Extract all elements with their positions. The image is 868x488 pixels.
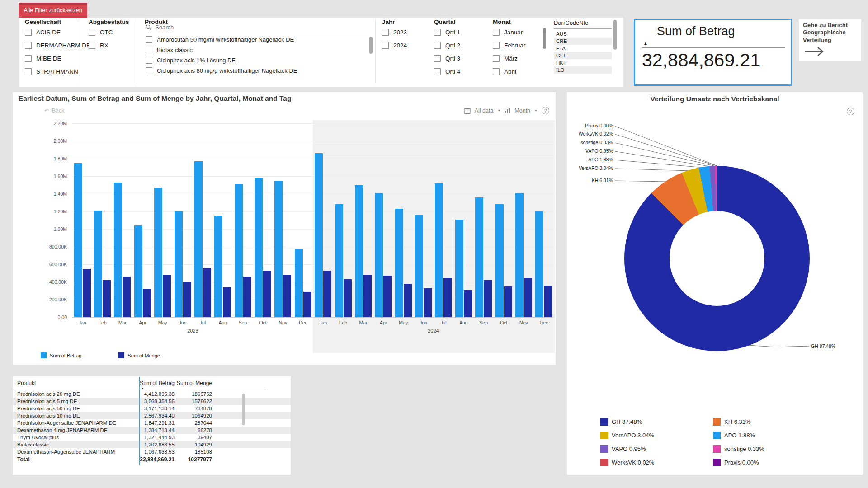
bar-menge[interactable] bbox=[424, 288, 432, 317]
produkt-search-input[interactable]: Search bbox=[146, 24, 174, 31]
filter-option-gesellschaft[interactable]: MIBE DE bbox=[25, 55, 90, 62]
bar-menge[interactable] bbox=[183, 282, 191, 317]
checkbox-icon[interactable] bbox=[493, 42, 500, 49]
bar-menge[interactable] bbox=[323, 271, 331, 317]
bar-betrag[interactable] bbox=[395, 209, 403, 317]
bar-menge[interactable] bbox=[344, 279, 352, 317]
bar-menge[interactable] bbox=[363, 275, 372, 317]
legend-item[interactable]: Sum of Menge bbox=[118, 352, 160, 358]
bar-menge[interactable] bbox=[524, 278, 532, 317]
table-header-menge[interactable]: Sum of Menge bbox=[177, 380, 212, 386]
bar-betrag[interactable] bbox=[194, 161, 203, 317]
checkbox-icon[interactable] bbox=[25, 42, 32, 49]
checkbox-icon[interactable] bbox=[146, 47, 152, 53]
arrow-right-icon[interactable] bbox=[803, 46, 825, 57]
donut-chart[interactable] bbox=[624, 166, 810, 351]
bar-betrag[interactable] bbox=[495, 204, 504, 317]
produkt-scrollbar[interactable] bbox=[369, 37, 373, 54]
reset-filters-button[interactable]: Alle Filter zurücksetzen bbox=[19, 3, 87, 18]
donut-legend-item[interactable]: VersAPO 3.04% bbox=[600, 432, 654, 439]
bar-betrag[interactable] bbox=[535, 211, 543, 317]
filter-option-quartal[interactable]: Qrtl 4 bbox=[434, 68, 460, 75]
filter-option-produkt[interactable]: Ciclopirox acis 1% Lösung DE bbox=[146, 56, 368, 64]
table-row[interactable]: Prednisolon-Augensalbe JENAPHARM DE1,847… bbox=[13, 419, 291, 427]
bar-menge[interactable] bbox=[504, 286, 512, 317]
table-row[interactable]: Prednisolon acis 50 mg DE3,171,130.14734… bbox=[13, 405, 291, 412]
checkbox-icon[interactable] bbox=[89, 29, 95, 36]
checkbox-icon[interactable] bbox=[382, 29, 389, 36]
bar-betrag[interactable] bbox=[94, 211, 102, 317]
table-scrollbar[interactable] bbox=[242, 394, 245, 425]
darrcode-item[interactable]: CRE bbox=[554, 38, 612, 45]
bar-betrag[interactable] bbox=[315, 153, 323, 317]
donut-legend-item[interactable]: VAPO 0.95% bbox=[600, 445, 646, 453]
bar-betrag[interactable] bbox=[515, 193, 524, 317]
filter-option-abgabestatus[interactable]: RX bbox=[89, 42, 113, 49]
table-row[interactable]: Biofax classic1,202,886.55104929 bbox=[13, 441, 291, 448]
bar-menge[interactable] bbox=[263, 271, 271, 317]
checkbox-icon[interactable] bbox=[434, 29, 441, 36]
bar-menge[interactable] bbox=[283, 275, 291, 317]
bar-betrag[interactable] bbox=[375, 193, 383, 317]
filter-option-gesellschaft[interactable]: STRATHMANN bbox=[25, 68, 90, 75]
bar-betrag[interactable] bbox=[355, 185, 363, 318]
checkbox-icon[interactable] bbox=[493, 29, 500, 36]
table-row[interactable]: Dexamethason-Augensalbe JENAPHARM1,067,6… bbox=[13, 448, 291, 455]
filter-option-jahr[interactable]: 2023 bbox=[382, 28, 407, 36]
filter-option-monat[interactable]: Februar bbox=[493, 42, 525, 49]
bar-menge[interactable] bbox=[243, 277, 251, 317]
checkbox-icon[interactable] bbox=[434, 55, 441, 62]
bar-menge[interactable] bbox=[143, 289, 151, 317]
filter-option-abgabestatus[interactable]: OTC bbox=[89, 28, 113, 36]
bar-menge[interactable] bbox=[123, 277, 131, 317]
bar-betrag[interactable] bbox=[134, 225, 142, 317]
bar-menge[interactable] bbox=[544, 286, 552, 317]
bar-menge[interactable] bbox=[443, 278, 452, 317]
kpi-card[interactable]: Sum of Betrag ▲ 32,884,869.21 bbox=[634, 19, 792, 86]
donut-legend-item[interactable]: WerksVK 0.02% bbox=[600, 459, 654, 466]
bar-betrag[interactable] bbox=[214, 216, 222, 317]
darrcode-item[interactable]: AUS bbox=[554, 30, 612, 38]
bar-betrag[interactable] bbox=[415, 215, 423, 317]
checkbox-icon[interactable] bbox=[89, 42, 95, 49]
filter-option-produkt[interactable]: Amorocutan 50 mg/ml wirkstoffhaltiger Na… bbox=[146, 36, 368, 43]
bar-menge[interactable] bbox=[163, 275, 171, 317]
filter-option-monat[interactable]: März bbox=[493, 55, 525, 62]
filter-option-monat[interactable]: April bbox=[493, 68, 525, 75]
bar-menge[interactable] bbox=[303, 292, 311, 318]
checkbox-icon[interactable] bbox=[146, 67, 152, 74]
darrcode-item[interactable]: HKP bbox=[554, 59, 612, 66]
bar-betrag[interactable] bbox=[435, 183, 443, 317]
bar-menge[interactable] bbox=[383, 276, 392, 317]
drill-back-button[interactable]: ↶ Back bbox=[44, 107, 64, 114]
filter-option-quartal[interactable]: Qrtl 1 bbox=[434, 28, 460, 36]
donut-legend-item[interactable]: Praxis 0.00% bbox=[713, 459, 759, 466]
donut-legend-item[interactable]: GH 87.48% bbox=[600, 418, 642, 426]
bar-betrag[interactable] bbox=[335, 204, 343, 317]
bar-betrag[interactable] bbox=[475, 197, 483, 317]
donut-legend-item[interactable]: KH 6.31% bbox=[713, 418, 751, 426]
table-row[interactable]: Prednisolon acis 5 mg DE3,568,354.561576… bbox=[13, 398, 291, 405]
help-icon[interactable]: ? bbox=[542, 107, 549, 114]
darrcode-item[interactable]: GEL bbox=[554, 52, 612, 59]
bar-betrag[interactable] bbox=[455, 220, 463, 317]
bar-menge[interactable] bbox=[83, 269, 91, 317]
checkbox-icon[interactable] bbox=[25, 55, 32, 62]
filter-option-jahr[interactable]: 2024 bbox=[382, 42, 407, 49]
bar-betrag[interactable] bbox=[274, 181, 283, 317]
checkbox-icon[interactable] bbox=[493, 55, 500, 62]
bar-menge[interactable] bbox=[464, 290, 472, 317]
table-row[interactable]: Prednisolon acis 20 mg DE4,412,095.38186… bbox=[13, 390, 291, 398]
bar-betrag[interactable] bbox=[235, 184, 243, 317]
bar-betrag[interactable] bbox=[114, 183, 122, 317]
bar-menge[interactable] bbox=[223, 287, 231, 317]
checkbox-icon[interactable] bbox=[493, 68, 500, 75]
checkbox-icon[interactable] bbox=[25, 68, 32, 75]
filter-option-produkt[interactable]: Biofax classic bbox=[146, 46, 368, 53]
bar-betrag[interactable] bbox=[154, 188, 162, 317]
checkbox-icon[interactable] bbox=[434, 42, 441, 49]
filter-option-quartal[interactable]: Qrtl 3 bbox=[434, 55, 460, 62]
bar-betrag[interactable] bbox=[295, 249, 303, 317]
filter-option-gesellschaft[interactable]: DERMAPHARM DE bbox=[25, 42, 90, 49]
table-row[interactable]: Thym-Uvocal plus1,321,444.9339407 bbox=[13, 434, 291, 441]
